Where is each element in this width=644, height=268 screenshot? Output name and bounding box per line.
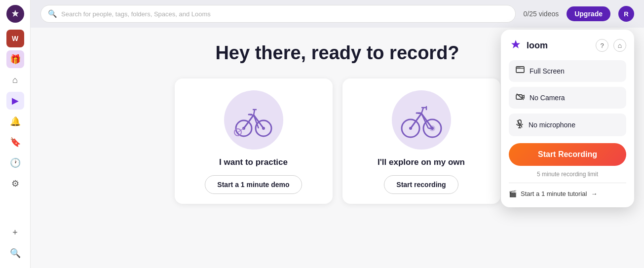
card-explore: I'll explore on my own Start recording [342,78,500,204]
card-practice-title: I want to practice [219,157,288,167]
card-explore-title: I'll explore on my own [378,157,465,167]
sidebar-item-home[interactable]: ⌂ [6,71,24,89]
sidebar-gift-icon[interactable]: 🎁 [6,50,24,68]
sidebar-item-bell[interactable]: 🔔 [6,113,24,130]
search-placeholder: Search for people, tags, folders, Spaces… [61,10,211,18]
loom-popup: loom ? ⌂ Full Screen No C [501,30,634,207]
user-avatar[interactable]: R [618,6,634,22]
start-recording-card-button[interactable]: Start recording [384,175,458,194]
sidebar-bottom: + 🔍 [6,224,24,268]
no-microphone-label: No microphone [529,121,575,129]
microphone-icon [516,119,524,130]
topbar: 🔍 Search for people, tags, folders, Spac… [31,0,644,28]
start-demo-button[interactable]: Start a 1 minute demo [205,175,302,194]
no-camera-label: No Camera [530,94,565,102]
popup-logo-text: loom [527,40,548,51]
cards-row: I want to practice Start a 1 minute demo [175,78,500,204]
no-camera-option[interactable]: No Camera [509,87,626,109]
sidebar-avatar[interactable]: W [6,30,24,47]
sidebar-search-button[interactable]: 🔍 [6,244,24,262]
popup-header-actions: ? ⌂ [596,39,626,52]
videos-count: 0/25 videos [524,10,559,18]
sidebar-item-bookmark[interactable]: 🔖 [6,133,24,151]
full-screen-label: Full Screen [530,67,565,75]
upgrade-button[interactable]: Upgrade [567,6,610,21]
hero-title: Hey there, ready to record? [215,42,459,64]
tutorial-label: Start a 1 minute tutorial [521,190,587,197]
full-screen-option[interactable]: Full Screen [509,60,626,82]
tutorial-icon: 🎬 [509,190,517,197]
popup-header: loom ? ⌂ [509,38,626,52]
loom-logo-icon [509,38,523,52]
search-icon: 🔍 [48,9,57,18]
start-recording-button[interactable]: Start Recording [509,143,626,166]
svg-point-32 [518,67,519,68]
home-icon[interactable]: ⌂ [613,39,626,52]
help-icon[interactable]: ? [596,39,608,52]
sidebar-item-settings[interactable]: ⚙ [6,175,24,192]
card-practice: I want to practice Start a 1 minute demo [175,78,333,204]
no-microphone-option[interactable]: No microphone [509,114,626,136]
popup-logo: loom [509,38,548,52]
svg-line-23 [421,108,423,114]
sidebar: W 🎁 ⌂ ▶ 🔔 🔖 🕐 ⚙ + 🔍 [0,0,31,268]
sidebar-item-clock[interactable]: 🕐 [6,154,24,172]
sidebar-logo[interactable] [6,5,24,23]
svg-point-33 [520,67,521,68]
card-explore-illustration [392,90,451,150]
sidebar-add-button[interactable]: + [6,224,24,241]
sidebar-item-loom[interactable]: ▶ [6,92,24,110]
recording-limit-text: 5 minute recording limit [509,171,626,178]
search-bar[interactable]: 🔍 Search for people, tags, folders, Spac… [40,5,516,23]
tutorial-arrow: → [591,190,597,197]
popup-divider [509,183,626,183]
card-practice-illustration [224,90,283,150]
fullscreen-icon [516,66,525,76]
svg-line-8 [254,110,255,115]
camera-icon [516,93,525,103]
tutorial-row[interactable]: 🎬 Start a 1 minute tutorial → [509,188,626,199]
svg-point-31 [517,67,518,68]
